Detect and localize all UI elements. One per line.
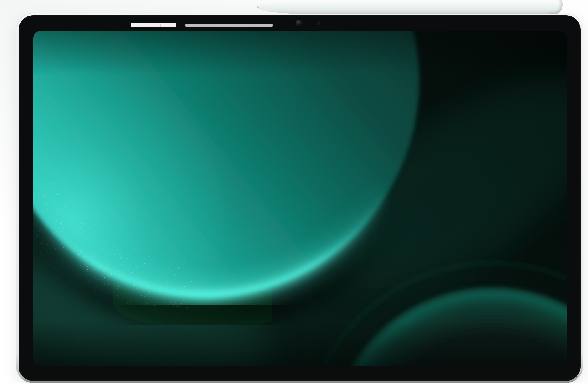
front-camera [296, 20, 303, 26]
top-rail-highlight [185, 24, 273, 27]
stylus-pen-cap-seam [548, 0, 548, 14]
product-photo-scene [0, 0, 588, 383]
antenna-seam [160, 24, 161, 27]
stylus-pen-tip [258, 0, 297, 14]
wallpaper-speckles [33, 31, 298, 366]
wallpaper-top-vignette [33, 31, 567, 75]
antenna-seam [206, 24, 206, 27]
wallpaper [33, 31, 567, 366]
tablet-device [16, 13, 583, 383]
wallpaper-bottom-vignette [33, 320, 567, 366]
top-rail-antenna-segment [131, 23, 176, 27]
stylus-pen-nib [256, 4, 263, 10]
ambient-sensor [317, 21, 321, 26]
tablet-screen [33, 31, 567, 366]
stylus-pen-body [295, 0, 550, 14]
stylus-pen-cap [549, 0, 563, 14]
